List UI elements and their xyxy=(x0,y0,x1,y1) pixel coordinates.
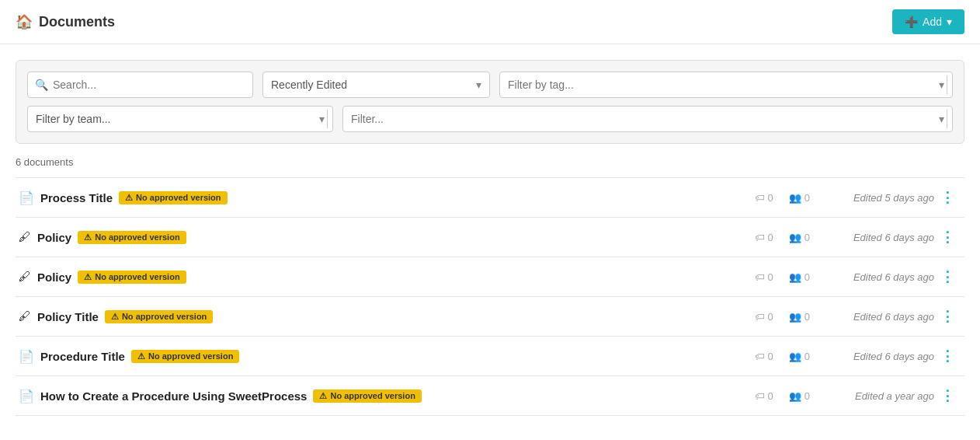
doc-info: 📄 Procedure Title ⚠ No approved version xyxy=(19,349,755,364)
doc-info: 🖋 Policy ⚠ No approved version xyxy=(19,270,755,284)
sort-select-wrap[interactable]: Recently Edited Alphabetical Recently Cr… xyxy=(262,72,490,98)
search-input[interactable] xyxy=(27,72,253,98)
filter-row-2: Filter by team... ▾ ▾ xyxy=(27,106,953,132)
doc-edited-time: Edited 6 days ago xyxy=(825,351,934,362)
more-options-button[interactable]: ⋮ xyxy=(934,229,961,246)
more-options-button[interactable]: ⋮ xyxy=(934,347,961,365)
table-row: 🖋 Policy ⚠ No approved version 🏷 0 👥 0 E… xyxy=(16,257,964,297)
doc-info: 📄 How to Create a Procedure Using SweetP… xyxy=(19,389,755,403)
tag-filter-wrap: ▾ xyxy=(499,72,953,98)
more-options-button[interactable]: ⋮ xyxy=(934,387,961,404)
sort-select[interactable]: Recently Edited Alphabetical Recently Cr… xyxy=(263,72,489,97)
user-count: 👥 0 xyxy=(789,232,810,243)
user-count: 👥 0 xyxy=(789,192,810,204)
tag-count: 🏷 0 xyxy=(755,390,773,402)
doc-meta: 🏷 0 👥 0 Edited 6 days ago xyxy=(755,232,934,243)
doc-info: 🖋 Policy ⚠ No approved version xyxy=(19,230,755,244)
warning-icon: ⚠ xyxy=(137,351,145,361)
main-content: 🔍 Recently Edited Alphabetical Recently … xyxy=(0,44,980,431)
status-filter-input[interactable] xyxy=(343,107,947,131)
doc-title[interactable]: How to Create a Procedure Using SweetPro… xyxy=(40,389,307,403)
top-bar: 🏠 Documents ➕ Add ▾ xyxy=(0,0,980,44)
tag-icon: 🏷 xyxy=(755,351,765,362)
table-row: 📄 How to Create a Procedure Using SweetP… xyxy=(16,376,964,416)
chevron-down-icon: ▾ xyxy=(939,113,944,125)
users-icon: 👥 xyxy=(789,390,801,402)
divider xyxy=(947,75,947,94)
doc-type-icon: 🖋 xyxy=(19,270,31,284)
doc-edited-time: Edited 6 days ago xyxy=(825,271,934,283)
tag-icon: 🏷 xyxy=(755,390,765,402)
document-list: 📄 Process Title ⚠ No approved version 🏷 … xyxy=(16,177,964,416)
tag-count: 🏷 0 xyxy=(755,232,773,243)
user-count: 👥 0 xyxy=(789,271,810,283)
warning-icon: ⚠ xyxy=(125,193,133,203)
doc-info: 📄 Process Title ⚠ No approved version xyxy=(19,190,755,205)
team-filter-select[interactable]: Filter by team... xyxy=(28,107,327,131)
doc-edited-time: Edited 6 days ago xyxy=(825,232,934,243)
plus-icon: ➕ xyxy=(905,16,918,28)
divider xyxy=(327,110,328,128)
no-approved-badge: ⚠ No approved version xyxy=(78,231,186,244)
doc-title[interactable]: Policy xyxy=(37,231,71,244)
tag-icon: 🏷 xyxy=(755,192,765,204)
filter-row-1: 🔍 Recently Edited Alphabetical Recently … xyxy=(27,72,953,98)
no-approved-badge: ⚠ No approved version xyxy=(131,350,239,363)
doc-meta: 🏷 0 👥 0 Edited 6 days ago xyxy=(755,271,934,283)
users-icon: 👥 xyxy=(789,232,801,243)
tag-count: 🏷 0 xyxy=(755,271,773,283)
no-approved-badge: ⚠ No approved version xyxy=(105,310,213,323)
warning-icon: ⚠ xyxy=(84,232,92,243)
doc-meta: 🏷 0 👥 0 Edited 5 days ago xyxy=(755,192,934,204)
doc-type-icon: 📄 xyxy=(19,349,34,364)
user-count: 👥 0 xyxy=(789,390,810,402)
more-options-button[interactable]: ⋮ xyxy=(934,268,961,285)
doc-title[interactable]: Procedure Title xyxy=(40,350,125,363)
warning-icon: ⚠ xyxy=(84,272,92,282)
warning-icon: ⚠ xyxy=(111,312,119,322)
doc-edited-time: Edited 6 days ago xyxy=(825,311,934,323)
doc-edited-time: Edited a year ago xyxy=(825,390,934,402)
table-row: 🖋 Policy ⚠ No approved version 🏷 0 👥 0 E… xyxy=(16,218,964,257)
users-icon: 👥 xyxy=(789,351,801,362)
doc-type-icon: 🖋 xyxy=(19,230,31,244)
team-filter-wrap: Filter by team... ▾ xyxy=(27,106,333,132)
users-icon: 👥 xyxy=(789,311,801,323)
chevron-down-icon: ▾ xyxy=(947,16,952,28)
doc-meta: 🏷 0 👥 0 Edited a year ago xyxy=(755,390,934,402)
tag-icon: 🏷 xyxy=(755,311,765,323)
doc-info: 🖋 Policy Title ⚠ No approved version xyxy=(19,309,755,323)
doc-edited-time: Edited 5 days ago xyxy=(825,192,934,204)
users-icon: 👥 xyxy=(789,192,801,204)
tag-icon: 🏷 xyxy=(755,232,765,243)
doc-type-icon: 🖋 xyxy=(19,309,31,323)
more-options-button[interactable]: ⋮ xyxy=(934,189,961,206)
search-wrap: 🔍 xyxy=(27,72,253,98)
doc-title[interactable]: Process Title xyxy=(40,191,113,204)
users-icon: 👥 xyxy=(789,271,801,283)
table-row: 🖋 Policy Title ⚠ No approved version 🏷 0… xyxy=(16,297,964,337)
doc-meta: 🏷 0 👥 0 Edited 6 days ago xyxy=(755,351,934,362)
doc-title[interactable]: Policy Title xyxy=(37,310,99,323)
tag-icon: 🏷 xyxy=(755,271,765,283)
page-title: 🏠 Documents xyxy=(16,13,115,30)
home-icon: 🏠 xyxy=(16,13,33,30)
add-button-label: Add xyxy=(923,16,942,28)
filter-bar: 🔍 Recently Edited Alphabetical Recently … xyxy=(16,60,964,144)
chevron-down-icon: ▾ xyxy=(939,79,944,91)
warning-icon: ⚠ xyxy=(319,391,327,401)
doc-type-icon: 📄 xyxy=(19,389,34,403)
tag-filter-input[interactable] xyxy=(500,72,947,97)
no-approved-badge: ⚠ No approved version xyxy=(78,271,186,284)
doc-type-icon: 📄 xyxy=(19,190,34,205)
status-filter-wrap: ▾ xyxy=(342,106,953,132)
tag-count: 🏷 0 xyxy=(755,351,773,362)
add-button[interactable]: ➕ Add ▾ xyxy=(892,9,964,34)
document-count: 6 documents xyxy=(16,156,964,168)
doc-title[interactable]: Policy xyxy=(37,271,71,284)
table-row: 📄 Procedure Title ⚠ No approved version … xyxy=(16,337,964,376)
no-approved-badge: ⚠ No approved version xyxy=(313,389,421,403)
more-options-button[interactable]: ⋮ xyxy=(934,308,961,325)
user-count: 👥 0 xyxy=(789,311,810,323)
divider xyxy=(947,110,947,128)
